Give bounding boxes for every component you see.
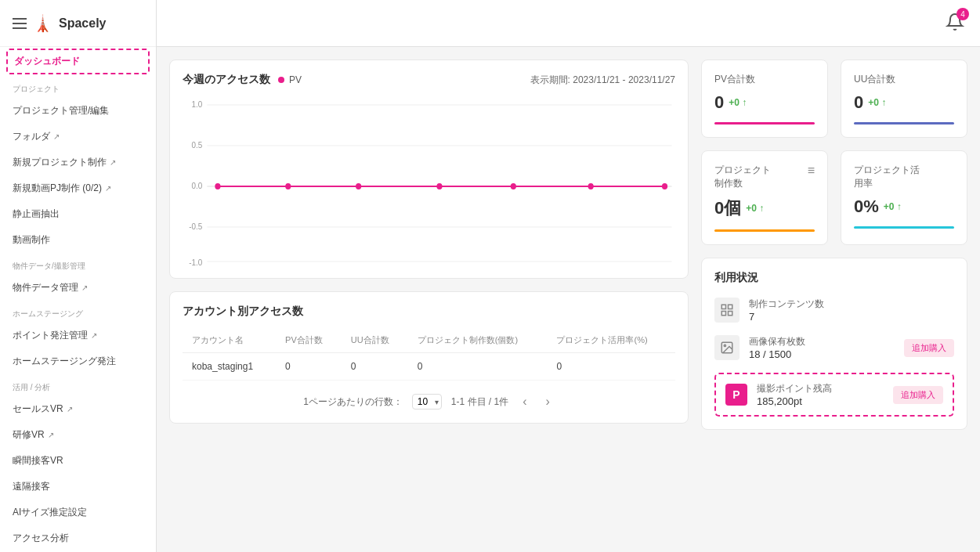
sidebar-item-point-order[interactable]: ポイント発注管理 ↗: [0, 323, 156, 348]
usage-image-value: 18 / 1500: [749, 348, 895, 360]
shooting-add-button[interactable]: 追加購入: [893, 386, 943, 404]
usage-image-label: 画像保有枚数: [749, 335, 895, 348]
rows-per-page-select-wrap: 10 25 50: [412, 394, 442, 409]
sidebar-item-video-create[interactable]: 動画制作: [0, 227, 156, 253]
proj-count-title: プロジェクト制作数: [714, 164, 771, 190]
svg-rect-26: [721, 312, 725, 316]
svg-point-13: [436, 183, 442, 189]
sidebar-item-access-analysis[interactable]: アクセス分析: [0, 525, 156, 551]
sidebar-item-home-staging[interactable]: ホームステージング発注: [0, 348, 156, 374]
main-area: 4 今週のアクセス数 PV 表示期間: 2023/11/21 - 2023/11…: [157, 0, 980, 552]
proj-count-delta: +0 ↑: [746, 203, 764, 214]
prev-page-button[interactable]: ‹: [518, 393, 531, 410]
uu-stat-delta: +0 ↑: [868, 97, 886, 108]
svg-text:1.0: 1.0: [191, 100, 202, 110]
proj-rate-card: プロジェクト活用率 0% +0 ↑: [841, 150, 967, 245]
chart-period: 表示期間: 2023/11/21 - 2023/11/27: [530, 74, 675, 87]
sidebar-section-analysis: 活用 / 分析: [0, 374, 156, 396]
svg-rect-25: [729, 305, 732, 308]
notification-button[interactable]: 4: [946, 13, 964, 34]
proj-count-card: プロジェクト制作数 ≡ 0個 +0 ↑: [701, 150, 828, 245]
sidebar-item-training-vr[interactable]: 研修VR ↗: [0, 422, 156, 448]
cell-uu: 0: [342, 353, 408, 381]
image-icon: [714, 335, 740, 360]
usage-shooting-value: 185,200pt: [757, 395, 884, 407]
sidebar: 🗼 Spacely ダッシュボード プロジェクト プロジェクト管理/編集 フォル…: [0, 0, 157, 552]
sidebar-item-sales-vr[interactable]: セールスVR ↗: [0, 396, 156, 422]
uu-stat-card: UU合計数 0 +0 ↑: [841, 60, 967, 138]
proj-rate-title: プロジェクト活用率: [854, 164, 954, 190]
usage-content-label: 制作コンテンツ数: [749, 298, 954, 311]
svg-point-29: [724, 345, 725, 346]
svg-rect-27: [729, 312, 732, 316]
sidebar-item-instant-vr[interactable]: 瞬間接客VR: [0, 448, 156, 474]
chart-card: 今週のアクセス数 PV 表示期間: 2023/11/21 - 2023/11/2…: [169, 60, 689, 279]
sidebar-section-homestaging: ホームステージング: [0, 301, 156, 323]
sidebar-item-ai-size[interactable]: AIサイズ推定設定: [0, 500, 156, 525]
svg-point-12: [356, 183, 361, 189]
proj-count-value: 0個 +0 ↑: [714, 197, 815, 220]
usage-shooting-info: 撮影ポイント残高 185,200pt: [757, 382, 884, 407]
sidebar-item-still-extract[interactable]: 静止画抽出: [0, 201, 156, 227]
col-account: アカウント名: [183, 328, 276, 353]
topbar: 4: [157, 0, 980, 47]
col-uu: UU合計数: [342, 328, 408, 353]
image-add-button[interactable]: 追加購入: [904, 339, 954, 357]
cell-pv: 0: [276, 353, 342, 381]
svg-point-10: [215, 183, 220, 189]
next-page-button[interactable]: ›: [541, 393, 555, 410]
usage-image-info: 画像保有枚数 18 / 1500: [749, 335, 895, 360]
cell-proj-count: 0: [408, 353, 548, 381]
proj-rate-value: 0% +0 ↑: [854, 197, 954, 217]
svg-point-15: [588, 183, 594, 189]
legend-dot: [278, 77, 284, 83]
chart-title: 今週のアクセス数: [183, 73, 270, 87]
uu-divider: [854, 122, 954, 124]
table-row: koba_staging1 0 0 0 0: [183, 353, 675, 381]
usage-title: 利用状況: [714, 271, 954, 285]
content-count-icon: [714, 298, 740, 323]
proj-menu-icon[interactable]: ≡: [808, 164, 815, 178]
svg-point-16: [662, 183, 667, 189]
uu-stat-value: 0 +0 ↑: [854, 92, 954, 113]
usage-content-count-item: 制作コンテンツ数 7: [714, 298, 954, 323]
uu-stat-title: UU合計数: [854, 73, 954, 86]
stats-column: PV合計数 0 +0 ↑ UU合計数 0 +0 ↑: [701, 60, 967, 539]
stats-top-row: PV合計数 0 +0 ↑ UU合計数 0 +0 ↑: [701, 60, 967, 138]
sidebar-item-folder[interactable]: フォルダ ↗: [0, 124, 156, 150]
pv-stat-title: PV合計数: [714, 73, 815, 86]
usage-card: 利用状況 制作コンテンツ数 7: [701, 258, 967, 430]
usage-content-info: 制作コンテンツ数 7: [749, 298, 954, 323]
account-table-card: アカウント別アクセス数 アカウント名 PV合計数 UU合計数 プロジェクト制作数…: [169, 291, 689, 424]
svg-point-14: [511, 183, 516, 189]
chart-area: 1.0 0.5 0.0 -0.5 -1.0: [183, 93, 675, 265]
sidebar-item-dashboard[interactable]: ダッシュボード: [6, 49, 150, 74]
svg-rect-24: [721, 305, 725, 308]
chart-header: 今週のアクセス数 PV 表示期間: 2023/11/21 - 2023/11/2…: [183, 73, 675, 87]
svg-point-11: [285, 183, 291, 189]
usage-shooting-label: 撮影ポイント残高: [757, 382, 884, 395]
stats-bottom-row: プロジェクト制作数 ≡ 0個 +0 ↑ プロジェクト活用率 0% +0 ↑: [701, 150, 967, 245]
usage-image-item: 画像保有枚数 18 / 1500 追加購入: [714, 335, 954, 360]
svg-text:0.5: 0.5: [191, 141, 202, 150]
usage-shooting-item: P 撮影ポイント残高 185,200pt 追加購入: [714, 373, 954, 417]
rows-per-page-select[interactable]: 10 25 50: [412, 394, 442, 409]
table-pagination: 1ページあたりの行数： 10 25 50 1-1 件目 / 1件 ‹ ›: [183, 393, 675, 410]
usage-content-value: 7: [749, 311, 954, 323]
notification-badge: 4: [956, 8, 969, 20]
sidebar-header: 🗼 Spacely: [0, 0, 156, 47]
svg-text:0.0: 0.0: [191, 182, 202, 191]
left-column: 今週のアクセス数 PV 表示期間: 2023/11/21 - 2023/11/2…: [169, 60, 689, 539]
pv-stat-card: PV合計数 0 +0 ↑: [701, 60, 828, 138]
logo-icon: 🗼: [33, 14, 52, 33]
account-table: アカウント名 PV合計数 UU合計数 プロジェクト制作数(個数) プロジェクト活…: [183, 328, 675, 381]
sidebar-item-property-data[interactable]: 物件データ管理 ↗: [0, 275, 156, 301]
sidebar-item-project-manage[interactable]: プロジェクト管理/編集: [0, 98, 156, 124]
sidebar-item-new-project[interactable]: 新規プロジェクト制作 ↗: [0, 150, 156, 175]
proj-card-header: プロジェクト制作数 ≡: [714, 164, 815, 197]
proj-rate-delta: +0 ↑: [884, 201, 902, 212]
sidebar-item-new-video[interactable]: 新規動画PJ制作 (0/2) ↗: [0, 175, 156, 201]
projrate-divider: [854, 226, 954, 229]
hamburger-button[interactable]: [13, 18, 27, 29]
sidebar-item-remote[interactable]: 遠隔接客: [0, 474, 156, 500]
